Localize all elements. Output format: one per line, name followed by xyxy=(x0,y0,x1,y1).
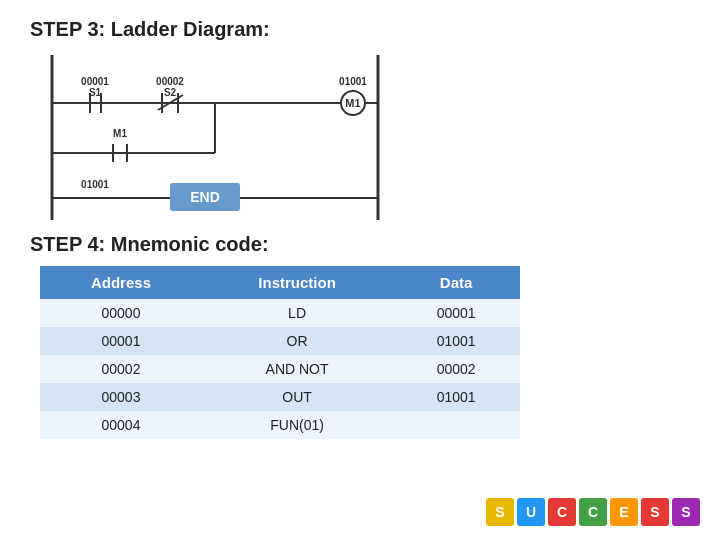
step3-title: STEP 3: Ladder Diagram: xyxy=(30,18,690,41)
success-blocks: S U C C E S S xyxy=(486,498,700,526)
svg-text:01001: 01001 xyxy=(81,179,109,190)
table-cell-3-0: 00003 xyxy=(40,383,202,411)
table-cell-0-1: LD xyxy=(202,299,392,327)
table-cell-3-1: OUT xyxy=(202,383,392,411)
table-row: 00000LD00001 xyxy=(40,299,520,327)
table-row: 00004FUN(01) xyxy=(40,411,520,439)
success-block-e: E xyxy=(610,498,638,526)
table-cell-1-1: OR xyxy=(202,327,392,355)
table-cell-4-2 xyxy=(392,411,520,439)
table-cell-2-1: AND NOT xyxy=(202,355,392,383)
step4-title: STEP 4: Mnemonic code: xyxy=(30,233,690,256)
success-block-c1: C xyxy=(548,498,576,526)
table-row: 00003OUT01001 xyxy=(40,383,520,411)
svg-text:00001: 00001 xyxy=(81,76,109,87)
table-cell-4-0: 00004 xyxy=(40,411,202,439)
success-block-c2: C xyxy=(579,498,607,526)
mnemonic-table: Address Instruction Data 00000LD00001000… xyxy=(40,266,520,439)
col-header-data: Data xyxy=(392,266,520,299)
success-block-s3: S xyxy=(672,498,700,526)
table-cell-1-2: 01001 xyxy=(392,327,520,355)
table-cell-2-2: 00002 xyxy=(392,355,520,383)
table-cell-0-2: 00001 xyxy=(392,299,520,327)
svg-text:00002: 00002 xyxy=(156,76,184,87)
table-cell-0-0: 00000 xyxy=(40,299,202,327)
table-cell-3-2: 01001 xyxy=(392,383,520,411)
table-cell-1-0: 00001 xyxy=(40,327,202,355)
svg-text:01001: 01001 xyxy=(339,76,367,87)
success-block-u: U xyxy=(517,498,545,526)
success-block-s1: S xyxy=(486,498,514,526)
svg-text:M1: M1 xyxy=(345,97,360,109)
ladder-diagram: 00001 S1 00002 S2 01001 M1 xyxy=(40,55,400,215)
svg-text:END: END xyxy=(190,189,220,205)
svg-text:S2: S2 xyxy=(164,87,177,98)
col-header-instruction: Instruction xyxy=(202,266,392,299)
table-row: 00001OR01001 xyxy=(40,327,520,355)
page-content: STEP 3: Ladder Diagram: 00001 S1 xyxy=(0,0,720,457)
svg-text:M1: M1 xyxy=(113,128,127,139)
table-cell-2-0: 00002 xyxy=(40,355,202,383)
ladder-svg: 00001 S1 00002 S2 01001 M1 xyxy=(40,55,390,220)
col-header-address: Address xyxy=(40,266,202,299)
table-row: 00002AND NOT00002 xyxy=(40,355,520,383)
table-cell-4-1: FUN(01) xyxy=(202,411,392,439)
success-block-s2: S xyxy=(641,498,669,526)
